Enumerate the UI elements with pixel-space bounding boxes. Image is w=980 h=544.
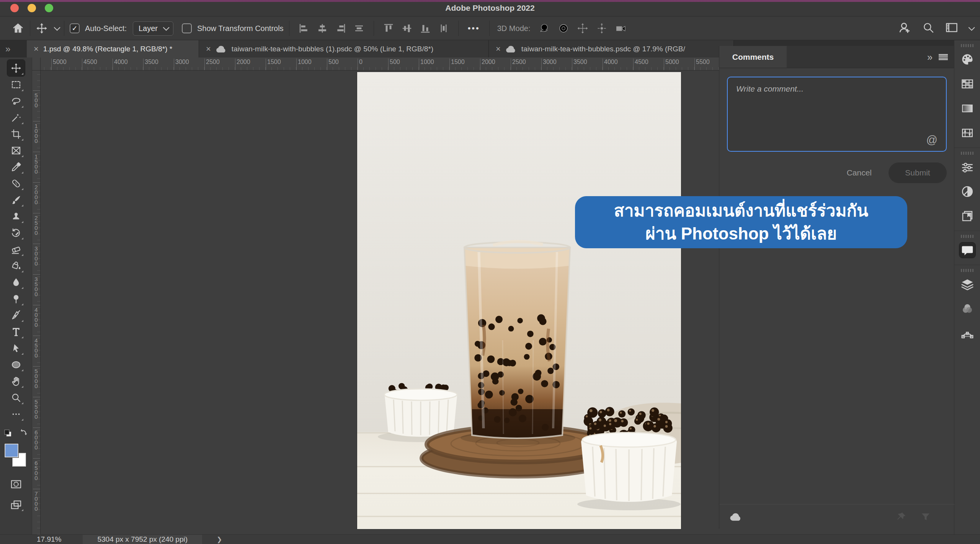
align-center-horizontal-icon[interactable] [317,23,328,34]
titlebar: Adobe Photoshop 2022 [0,0,980,16]
mention-icon[interactable]: @ [926,134,938,146]
quick-mask-button[interactable] [7,476,25,492]
3d-orbit-icon[interactable] [538,22,550,34]
tool-healing-brush[interactable] [7,175,25,192]
comment-input[interactable] [728,77,946,131]
tab-comments[interactable]: Comments [719,46,787,68]
gradients-panel-icon[interactable] [959,101,975,116]
tool-zoom[interactable] [7,389,25,406]
tool-frame[interactable] [7,142,25,159]
channels-panel-icon[interactable] [959,301,975,316]
3d-roll-icon[interactable] [557,22,570,34]
tool-move[interactable] [7,60,25,76]
show-transform-checkbox[interactable] [182,23,192,33]
move-tool-preset[interactable] [36,22,59,34]
distribute-horizontal-icon[interactable] [353,23,365,34]
auto-select-checkbox[interactable]: ✓ [70,23,80,33]
comments-panel-header: Comments » [719,46,954,68]
tool-dodge[interactable] [7,290,25,307]
home-button[interactable] [11,22,24,35]
status-chevron-icon[interactable]: ❯ [217,536,222,544]
tool-blur[interactable] [7,274,25,290]
auto-select-toggle[interactable]: ✓ Auto-Select: [70,23,127,33]
tool-pen[interactable] [7,307,25,323]
close-icon[interactable]: × [34,44,39,54]
default-colors-icon[interactable] [3,429,13,439]
tools-panel [0,57,32,534]
tab-document-3[interactable]: × taiwan-milk-tea-with-bubbles.psdc @ 17… [489,40,734,57]
chevron-down-icon [163,24,170,31]
screen-mode-button[interactable] [7,496,25,513]
ruler-origin-corner[interactable] [32,57,41,70]
tab-label: taiwan-milk-tea-with-bubbles (1).psdc @ … [232,45,433,53]
banner-line-1: สามารถคอมเมนต์งานที่แชร์ร่วมกัน [614,199,868,222]
tool-crop[interactable] [7,126,25,142]
search-icon[interactable] [922,21,935,36]
dock-grip[interactable] [954,265,980,274]
patterns-panel-icon[interactable] [959,125,975,141]
dock-grip[interactable] [954,231,980,239]
zoom-level[interactable]: 17.91% [37,535,61,544]
tool-magic-wand[interactable] [7,109,25,126]
align-top-icon[interactable] [383,23,394,34]
submit-button[interactable]: Submit [889,162,947,183]
panel-expand-button[interactable]: » [0,40,27,57]
tool-lasso[interactable] [7,93,25,109]
cancel-button[interactable]: Cancel [847,168,872,177]
3d-camera-icon[interactable] [615,22,627,34]
ruler-vertical[interactable]: 5001000150020002500300035004000450050005… [32,70,41,534]
align-right-icon[interactable] [335,23,346,34]
color-panel-icon[interactable] [959,52,975,67]
panel-menu-icon[interactable] [939,54,948,61]
cloud-status-icon [729,512,742,522]
tool-eraser[interactable] [7,241,25,257]
dock-grip[interactable] [954,148,980,156]
more-align-options-button[interactable]: ••• [468,23,480,33]
layers-panel-icon[interactable] [959,277,975,292]
dock-grip[interactable] [954,40,980,49]
tab-label: 1.psd @ 49.8% (Rectangle 1, RGB/8*) * [43,45,172,53]
libraries-panel-icon[interactable] [959,208,975,224]
document-canvas-milk-tea-photo[interactable] [357,72,681,529]
comments-panel-icon[interactable] [959,243,975,258]
screen-edge-glow [0,0,980,2]
tool-paint-bucket[interactable] [7,257,25,274]
3d-pan-icon[interactable] [577,22,589,34]
tool-rectangular-marquee[interactable] [7,76,25,93]
tool-path-select[interactable] [7,340,25,356]
more-tools-button[interactable] [7,406,25,422]
close-icon[interactable]: × [496,44,501,54]
tab-document-1[interactable]: × 1.psd @ 49.8% (Rectangle 1, RGB/8*) * [27,40,199,57]
collapse-panel-icon[interactable]: » [927,52,932,63]
tool-history-brush[interactable] [7,224,25,241]
swap-colors-icon[interactable] [19,428,29,440]
tab-document-2[interactable]: × taiwan-milk-tea-with-bubbles (1).psdc … [199,40,489,57]
workspace-switcher-icon[interactable] [945,21,959,36]
banner-line-2: ผ่าน Photoshop ไว้ได้เลย [645,222,837,245]
pin-comment-icon[interactable] [895,511,907,523]
tool-ellipse-shape[interactable] [7,356,25,373]
tool-eyedropper[interactable] [7,159,25,175]
tool-brush[interactable] [7,192,25,208]
tool-hand[interactable] [7,373,25,389]
auto-select-value: Layer [139,24,158,33]
adjustments-panel-icon[interactable] [959,184,975,199]
auto-select-layer-dropdown[interactable]: Layer [133,21,173,36]
3d-slide-icon[interactable] [596,22,608,34]
share-invite-icon[interactable] [897,20,912,37]
align-left-icon[interactable] [298,23,310,34]
align-bottom-icon[interactable] [420,23,431,34]
checkmark-icon: ✓ [72,24,77,33]
show-transform-toggle[interactable]: Show Transform Controls [182,23,284,33]
align-middle-vertical-icon[interactable] [401,23,413,34]
close-icon[interactable]: × [206,44,211,54]
foreground-color-swatch[interactable] [5,444,18,457]
paths-panel-icon[interactable] [959,326,975,341]
distribute-vertical-icon[interactable] [438,23,449,34]
properties-panel-icon[interactable] [959,159,975,175]
tool-clone-stamp[interactable] [7,208,25,224]
swatches-panel-icon[interactable] [959,76,975,92]
chevron-down-icon[interactable] [969,26,973,31]
filter-comments-icon[interactable] [920,511,931,523]
tool-type[interactable] [7,323,25,340]
